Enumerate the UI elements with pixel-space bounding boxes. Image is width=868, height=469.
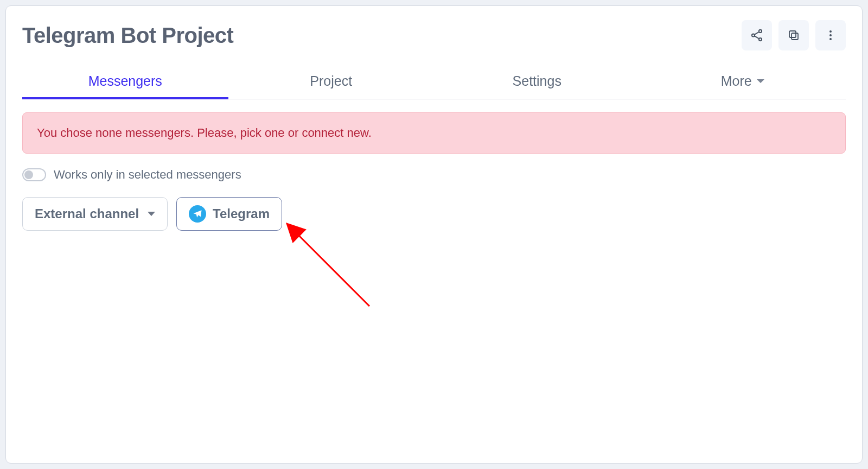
caret-down-icon xyxy=(148,212,155,216)
tabs: Messengers Project Settings More xyxy=(22,66,846,99)
header-actions xyxy=(742,20,846,50)
svg-line-3 xyxy=(755,32,759,35)
page-title: Telegram Bot Project xyxy=(22,23,233,48)
tab-label: More xyxy=(721,73,752,89)
chevron-down-icon xyxy=(756,75,765,87)
kebab-icon xyxy=(824,29,837,42)
channel-buttons: External channel Telegram xyxy=(22,197,846,231)
selected-messengers-label: Works only in selected messengers xyxy=(54,168,241,182)
selected-messengers-toggle[interactable] xyxy=(22,168,46,181)
svg-line-4 xyxy=(755,36,759,39)
tab-label: Settings xyxy=(513,73,561,89)
tab-project[interactable]: Project xyxy=(228,66,435,99)
telegram-label: Telegram xyxy=(213,206,270,221)
annotation-arrow xyxy=(285,222,383,320)
more-actions-button[interactable] xyxy=(815,20,846,50)
svg-point-0 xyxy=(759,30,762,33)
copy-icon xyxy=(787,29,800,42)
header: Telegram Bot Project xyxy=(22,20,846,50)
share-icon xyxy=(750,28,764,42)
svg-point-1 xyxy=(752,34,755,36)
tab-label: Project xyxy=(310,73,352,89)
external-channel-dropdown[interactable]: External channel xyxy=(22,197,168,231)
alert-message: You chose none messengers. Please, pick … xyxy=(37,126,831,140)
alert-banner: You chose none messengers. Please, pick … xyxy=(22,112,846,154)
svg-point-9 xyxy=(829,38,832,40)
svg-line-10 xyxy=(296,233,369,306)
telegram-channel-button[interactable]: Telegram xyxy=(176,197,282,231)
copy-button[interactable] xyxy=(778,20,809,50)
tab-messengers[interactable]: Messengers xyxy=(22,66,228,99)
svg-point-2 xyxy=(759,38,762,41)
tab-label: Messengers xyxy=(88,73,162,89)
tab-settings[interactable]: Settings xyxy=(434,66,640,99)
svg-rect-6 xyxy=(789,31,796,37)
telegram-icon xyxy=(189,205,206,223)
svg-point-8 xyxy=(829,34,832,36)
tab-more[interactable]: More xyxy=(640,66,846,99)
toggle-knob xyxy=(24,170,33,179)
external-channel-label: External channel xyxy=(35,206,139,221)
svg-point-7 xyxy=(829,30,832,33)
selected-messengers-row: Works only in selected messengers xyxy=(22,168,846,182)
project-panel: Telegram Bot Project xyxy=(5,5,863,464)
svg-rect-5 xyxy=(792,33,798,40)
share-button[interactable] xyxy=(742,20,772,50)
